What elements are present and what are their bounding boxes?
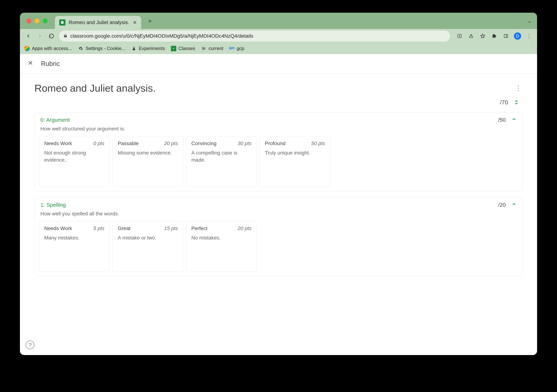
browser-menu-icon[interactable]: ⋮ <box>525 33 533 40</box>
level-head: Passable20 pts <box>118 140 178 146</box>
title-row: Romeo and Juliet analysis. ⋮ <box>34 82 523 94</box>
level-points: 15 pts <box>164 226 178 231</box>
folder-icon <box>201 46 206 51</box>
browser-tab[interactable]: Romeo and Juliet analysis. ✕ <box>55 16 141 29</box>
level-title: Profound <box>265 140 286 146</box>
criterion-points-value: /50 <box>498 117 506 123</box>
bookmark-label: Experiments <box>139 46 165 51</box>
criterion-points-group: /50 <box>498 117 516 123</box>
extensions-icon[interactable] <box>491 33 498 40</box>
level-title: Needs Work <box>44 226 72 231</box>
level-card[interactable]: Great15 ptsA mistake or two. <box>113 221 183 272</box>
level-head: Needs Work0 pts <box>44 140 104 146</box>
bookmark-experiments[interactable]: Experiments <box>131 46 165 51</box>
gear-icon <box>78 46 83 51</box>
api-icon: RPI <box>229 46 235 51</box>
more-options-button[interactable]: ⋮ <box>514 84 523 93</box>
close-icon[interactable] <box>27 60 34 68</box>
level-description: Missing some evidence. <box>118 149 178 156</box>
bookmark-star-icon[interactable] <box>479 33 486 40</box>
level-card[interactable]: Profound50 ptsTruly unique insight. <box>260 136 330 187</box>
nav-back-button[interactable] <box>24 32 32 40</box>
level-head: Needs Work5 pts <box>44 226 104 231</box>
criterion-header[interactable]: 1: Spelling/20 <box>35 197 522 209</box>
app-content: Rubric Romeo and Juliet analysis. ⋮ /70 … <box>20 54 537 355</box>
lock-icon <box>63 33 67 39</box>
window-minimize-button[interactable] <box>35 18 40 23</box>
tab-title: Romeo and Juliet analysis. <box>69 20 129 25</box>
level-head: Perfect20 pts <box>191 226 252 231</box>
level-points: 20 pts <box>164 140 178 146</box>
svg-rect-3 <box>504 34 508 38</box>
tab-close-icon[interactable]: ✕ <box>133 20 137 25</box>
criterion-description: How well structured your argument is. <box>35 124 522 136</box>
avatar-letter: D <box>516 33 519 39</box>
chevron-up-icon[interactable] <box>512 117 516 123</box>
criterion: 1: Spelling/20How well you spelled all t… <box>34 197 523 276</box>
level-title: Passable <box>118 140 139 146</box>
bookmark-label: gcp <box>237 46 244 51</box>
nav-forward-button[interactable] <box>36 32 44 40</box>
help-button[interactable]: ? <box>26 341 34 349</box>
level-card[interactable]: Perfect20 ptsNo mistakes. <box>186 221 257 272</box>
svg-rect-0 <box>61 21 63 24</box>
level-points: 0 pts <box>93 140 104 146</box>
nav-reload-button[interactable] <box>48 32 56 40</box>
criterion-points-value: /20 <box>498 202 506 208</box>
bookmark-settings[interactable]: Settings - Cookie... <box>78 46 126 51</box>
level-points: 5 pts <box>93 226 104 231</box>
level-title: Great <box>118 226 131 231</box>
bookmark-label: Classes <box>179 46 195 51</box>
bookmark-apps[interactable]: Apps with access... <box>24 46 72 51</box>
tab-strip: Romeo and Juliet analysis. ✕ ＋ ⌄ <box>20 13 537 29</box>
level-card[interactable]: Needs Work5 ptsMany mistakes. <box>39 221 110 272</box>
criterion-title: 0: Argument <box>41 117 70 123</box>
share-icon[interactable] <box>467 33 475 40</box>
google-icon <box>24 46 30 51</box>
level-points: 50 pts <box>311 140 325 146</box>
criterion-title: 1: Spelling <box>41 202 66 208</box>
tab-list-chevron-icon[interactable]: ⌄ <box>527 18 532 24</box>
criterion-points-group: /20 <box>498 202 516 208</box>
classroom-favicon-icon <box>59 19 66 25</box>
side-panel-icon[interactable] <box>502 33 509 40</box>
level-title: Needs Work <box>44 140 72 146</box>
url-text: classroom.google.com/u/0/c/NjEyMDI4ODIxM… <box>70 33 253 39</box>
level-card[interactable]: Needs Work0 ptsNot enough strong evidenc… <box>39 136 110 187</box>
bookmarks-bar: Apps with access... Settings - Cookie...… <box>20 43 537 54</box>
page-body: Romeo and Juliet analysis. ⋮ /70 0: Argu… <box>20 74 537 355</box>
level-description: A mistake or two. <box>118 234 178 241</box>
level-card[interactable]: Passable20 ptsMissing some evidence. <box>113 136 183 187</box>
profile-avatar[interactable]: D <box>514 33 521 40</box>
level-points: 30 pts <box>238 140 252 146</box>
bookmark-current[interactable]: current <box>201 46 223 51</box>
window-maximize-button[interactable] <box>43 18 48 23</box>
address-bar: classroom.google.com/u/0/c/NjEyMDI4ODIxM… <box>20 29 537 43</box>
collapse-all-button[interactable] <box>512 98 520 106</box>
flask-icon <box>131 46 137 51</box>
bookmark-classes[interactable]: ▪ Classes <box>171 46 195 51</box>
level-description: A compelling case is made. <box>191 149 252 163</box>
app-header-title: Rubric <box>41 60 60 68</box>
criterion-header[interactable]: 0: Argument/50 <box>35 112 522 124</box>
level-description: No mistakes. <box>191 234 252 241</box>
level-card[interactable]: Convincing30 ptsA compelling case is mad… <box>186 136 257 187</box>
install-app-icon[interactable] <box>456 33 463 40</box>
classroom-icon: ▪ <box>171 46 176 51</box>
bookmark-label: Apps with access... <box>32 46 72 51</box>
app-header: Rubric <box>20 54 537 74</box>
total-points-value: /70 <box>500 99 508 106</box>
total-points-row: /70 <box>34 98 523 106</box>
levels-row: Needs Work5 ptsMany mistakes.Great15 pts… <box>35 221 522 276</box>
window-controls <box>26 18 48 23</box>
chevron-up-icon[interactable] <box>512 202 516 208</box>
new-tab-button[interactable]: ＋ <box>146 16 154 25</box>
level-description: Many mistakes. <box>44 234 104 241</box>
level-head: Great15 pts <box>118 226 178 231</box>
level-description: Truly unique insight. <box>265 149 325 156</box>
level-points: 20 pts <box>238 226 252 231</box>
level-head: Convincing30 pts <box>191 140 252 146</box>
bookmark-gcp[interactable]: RPI gcp <box>229 46 244 51</box>
window-close-button[interactable] <box>26 18 31 23</box>
url-field[interactable]: classroom.google.com/u/0/c/NjEyMDI4ODIxM… <box>59 31 450 41</box>
